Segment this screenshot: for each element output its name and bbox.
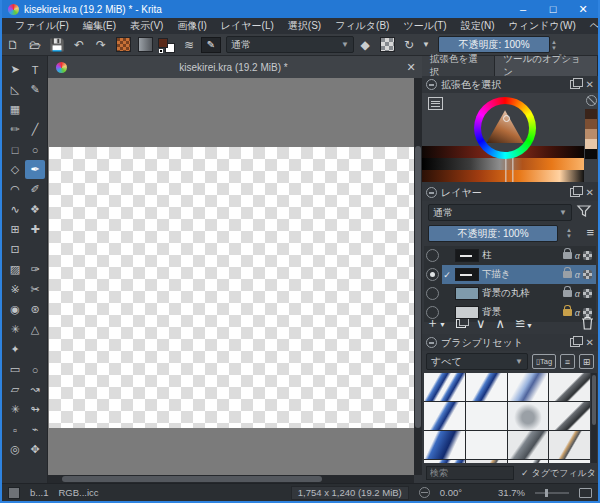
ellipse-select-tool[interactable]: ○ xyxy=(25,360,45,379)
move-tool[interactable]: ✚ xyxy=(25,220,45,239)
no-color-icon[interactable] xyxy=(586,95,597,106)
inherit-alpha-icon[interactable] xyxy=(583,308,592,317)
menu-item-5[interactable]: 選択(S) xyxy=(281,19,328,33)
zoom-percentage[interactable]: 31.7% xyxy=(498,487,525,498)
fill-tool[interactable]: ◉ xyxy=(5,300,25,319)
brush-preset-5[interactable] xyxy=(466,402,507,430)
alpha-lock-icon[interactable]: α xyxy=(575,289,580,299)
dynamic-brush-tool[interactable]: ∿ xyxy=(5,200,25,219)
selector-settings-icon[interactable] xyxy=(428,97,443,110)
docker-lock-icon[interactable] xyxy=(426,187,437,198)
preserve-alpha-button[interactable] xyxy=(376,36,398,54)
zoom-tool[interactable]: ◎ xyxy=(5,440,25,459)
reference-images-tool[interactable]: ✦ xyxy=(5,340,25,359)
layer-visibility-icon[interactable] xyxy=(426,249,439,262)
rotation-icon[interactable] xyxy=(419,487,430,498)
vertical-scrollbar[interactable] xyxy=(414,78,422,475)
pattern-edit-tool[interactable]: ▦ xyxy=(5,100,25,119)
layer-row-0[interactable]: 柱α xyxy=(424,246,596,265)
current-brush-icon[interactable] xyxy=(8,487,20,499)
brush-preset-7[interactable] xyxy=(549,402,590,430)
close-docker-icon[interactable]: ✕ xyxy=(586,79,594,90)
choose-brush-preset-icon[interactable]: ≋ xyxy=(178,36,200,54)
lock-closed-icon[interactable] xyxy=(563,309,572,316)
alpha-lock-icon[interactable]: α xyxy=(575,270,580,280)
menu-item-10[interactable]: ヘルプ(H) xyxy=(583,19,600,33)
alpha-lock-icon[interactable]: α xyxy=(575,308,580,318)
fullscreen-icon[interactable] xyxy=(579,488,592,498)
edit-brush-settings-button[interactable]: ✎ xyxy=(200,36,222,54)
open-document-icon[interactable]: 🗁 xyxy=(24,36,46,54)
minimize-button[interactable]: – xyxy=(508,0,538,18)
rotation-angle[interactable]: 0.00° xyxy=(440,487,462,498)
menu-item-2[interactable]: 表示(V) xyxy=(123,19,170,33)
layer-visibility-icon[interactable] xyxy=(426,287,439,300)
brush-preset-0[interactable] xyxy=(424,373,465,401)
close-button[interactable]: ✕ xyxy=(568,0,598,18)
opacity-spinner[interactable]: ▲▼ xyxy=(551,39,557,51)
list-view-icon[interactable]: ≡ xyxy=(560,354,575,369)
similar-select-tool[interactable]: ✳ xyxy=(5,400,25,419)
brush-preset-10[interactable] xyxy=(508,431,549,459)
close-docker-icon[interactable]: ✕ xyxy=(586,337,594,348)
layer-visibility-icon[interactable] xyxy=(426,306,439,319)
color-sampler-tool[interactable]: ✑ xyxy=(25,260,45,279)
menu-item-6[interactable]: フィルタ(B) xyxy=(328,19,396,33)
edit-shapes-tool[interactable]: ◺ xyxy=(5,80,25,99)
menu-item-0[interactable]: ファイル(F) xyxy=(8,19,76,33)
assistants-tool[interactable]: ✳ xyxy=(5,320,25,339)
filter-funnel-icon[interactable] xyxy=(576,203,594,221)
menu-item-3[interactable]: 画像(I) xyxy=(170,19,213,33)
horizontal-scrollbar[interactable] xyxy=(48,475,414,483)
shade-strip[interactable] xyxy=(422,158,584,170)
hue-ring[interactable] xyxy=(474,97,536,159)
layer-opacity-spinner[interactable]: ▲▼ xyxy=(566,227,572,239)
text-tool[interactable]: T xyxy=(25,60,45,79)
pattern-swatch[interactable] xyxy=(112,36,134,54)
alpha-lock-icon[interactable]: α xyxy=(575,251,580,261)
ellipse-tool[interactable]: ○ xyxy=(25,140,45,159)
brush-grid-scrollbar[interactable] xyxy=(591,373,597,463)
delete-layer-button[interactable] xyxy=(581,316,594,330)
tag-tool-icon[interactable]: ▯Tag xyxy=(532,354,556,369)
brush-preset-15[interactable] xyxy=(549,460,590,463)
brush-preset-4[interactable] xyxy=(424,402,465,430)
float-docker-icon[interactable] xyxy=(570,338,580,347)
inherit-alpha-icon[interactable] xyxy=(583,270,592,279)
zoom-slider[interactable] xyxy=(535,492,569,494)
rectangle-tool[interactable]: □ xyxy=(5,140,25,159)
brush-preset-11[interactable] xyxy=(549,431,590,459)
pan-tool[interactable]: ✥ xyxy=(25,440,45,459)
history-swatch-0[interactable] xyxy=(585,109,597,119)
toolbar-opacity-slider[interactable]: 不透明度: 100% xyxy=(438,36,550,53)
redo-icon[interactable]: ↷ xyxy=(90,36,112,54)
lock-open-icon[interactable] xyxy=(563,271,572,278)
lock-open-icon[interactable] xyxy=(563,290,572,297)
measure-tool[interactable]: △ xyxy=(25,320,45,339)
brush-preset-2[interactable] xyxy=(508,373,549,401)
magnetic-select-tool[interactable]: ⌁ xyxy=(25,420,45,439)
brush-preset-8[interactable] xyxy=(424,431,465,459)
brush-preset-9[interactable] xyxy=(466,431,507,459)
blending-mode-dropdown[interactable]: 通常 ▼ xyxy=(226,36,354,53)
maximize-button[interactable]: □ xyxy=(538,0,568,18)
inherit-alpha-icon[interactable] xyxy=(583,289,592,298)
multibrush-tool[interactable]: ❖ xyxy=(25,200,45,219)
inherit-alpha-icon[interactable] xyxy=(583,251,592,260)
menu-item-8[interactable]: 設定(N) xyxy=(454,19,502,33)
color-profile-label[interactable]: RGB...icc xyxy=(59,487,99,498)
details-view-icon[interactable]: ⊞ xyxy=(579,354,594,369)
menu-item-4[interactable]: レイヤー(L) xyxy=(214,19,281,33)
lock-open-icon[interactable] xyxy=(563,252,572,259)
line-tool[interactable]: ╱ xyxy=(25,120,45,139)
bezier-select-tool[interactable]: ↬ xyxy=(25,400,45,419)
freehand-path-tool[interactable]: ✐ xyxy=(25,180,45,199)
layer-menu-icon[interactable]: ≡ xyxy=(586,225,594,240)
fg-bg-color-selector[interactable] xyxy=(156,36,178,54)
polyline-tool[interactable]: ✒ xyxy=(25,160,45,179)
brush-search-input[interactable] xyxy=(426,466,514,480)
polygon-tool[interactable]: ◇ xyxy=(5,160,25,179)
duplicate-layer-button[interactable] xyxy=(456,319,466,328)
close-docker-icon[interactable]: ✕ xyxy=(586,187,594,198)
transparent-image-area[interactable] xyxy=(49,147,414,428)
